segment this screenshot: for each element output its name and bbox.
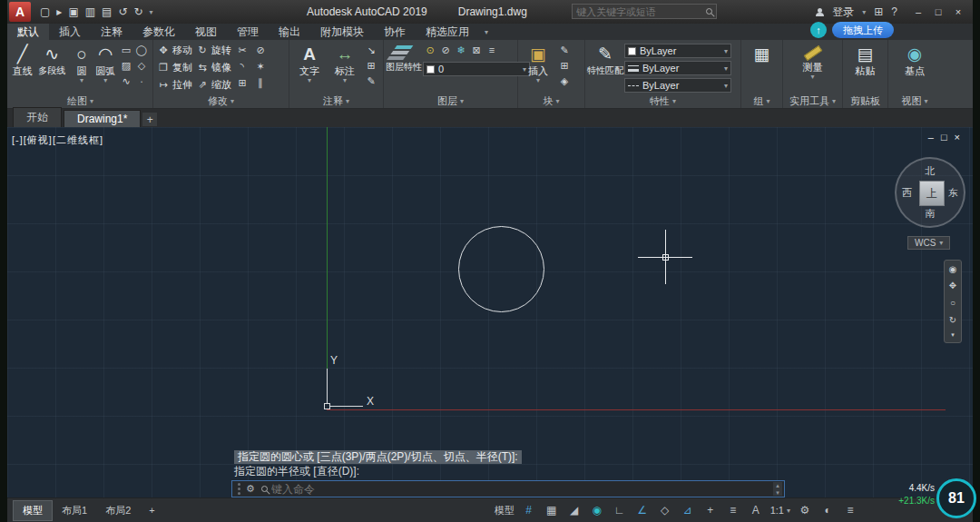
measure-button[interactable]: 测量 ▾ <box>797 43 829 81</box>
fillet-icon[interactable]: ◝ <box>235 59 250 74</box>
layer-freeze-icon[interactable]: ❄ <box>454 43 468 57</box>
model-space-label[interactable]: 模型 <box>495 504 514 517</box>
circle-button[interactable]: ○ 圆 ▾ <box>71 43 92 84</box>
erase-icon[interactable]: ⊘ <box>253 43 268 57</box>
search-icon[interactable] <box>706 8 712 15</box>
hatch-icon[interactable]: ▨ <box>119 58 133 73</box>
layer-off-icon[interactable]: ⊙ <box>423 43 437 57</box>
viewcube-south[interactable]: 南 <box>926 207 936 221</box>
spline-icon[interactable]: ∿ <box>119 74 133 88</box>
lineweight-dropdown[interactable]: ByLayer ▾ <box>624 61 731 75</box>
save-as-icon[interactable]: ▥ <box>85 5 95 18</box>
tab-output[interactable]: 输出 <box>269 24 310 40</box>
panel-label-annotation[interactable]: 注释▾ <box>289 94 383 108</box>
ortho-toggle-icon[interactable]: ∟ <box>612 502 628 518</box>
app-logo[interactable]: A <box>9 2 31 22</box>
command-bar-grip[interactable] <box>234 483 243 495</box>
viewcube-east[interactable]: 东 <box>948 186 958 200</box>
tab-insert[interactable]: 插入 <box>49 24 91 40</box>
add-layout-button[interactable]: + <box>140 502 163 518</box>
tab-manage[interactable]: 管理 <box>227 24 269 40</box>
maximize-button[interactable]: □ <box>929 4 947 20</box>
viewcube-north[interactable]: 北 <box>926 164 936 178</box>
command-customize-icon[interactable]: ⚙ <box>243 483 258 495</box>
arc-dropdown-icon[interactable]: ▾ <box>103 76 107 84</box>
panel-label-utilities[interactable]: 实用工具▾ <box>783 94 842 108</box>
base-button[interactable]: ◉ 基点 <box>898 43 931 76</box>
steering-wheel-icon[interactable]: ◉ <box>949 264 957 274</box>
navbar-more-icon[interactable]: ▾ <box>951 331 955 339</box>
object-color-dropdown-icon[interactable]: ▾ <box>724 47 728 55</box>
doc-close-button[interactable]: × <box>955 132 960 143</box>
command-search-icon[interactable] <box>261 486 268 492</box>
viewcube-west[interactable]: 西 <box>902 186 912 200</box>
ribbon-display-toggle-icon[interactable]: ▾ <box>485 28 488 36</box>
layer-match-icon[interactable]: ≡ <box>485 43 499 57</box>
polyline-button[interactable]: ∿ 多段线 <box>35 43 68 75</box>
tab-view[interactable]: 视图 <box>185 24 227 40</box>
paste-button[interactable]: ▤ 粘贴 <box>849 43 882 76</box>
define-attributes-icon[interactable]: ◈ <box>557 74 572 88</box>
dynamic-input-icon[interactable]: + <box>702 502 719 518</box>
layer-properties-button[interactable]: 图层特性 <box>387 43 420 72</box>
offset-icon[interactable]: ∥ <box>253 75 268 90</box>
panel-label-properties[interactable]: 特性▾ <box>585 94 740 108</box>
geolocation-icon[interactable]: ◉ <box>589 502 605 518</box>
viewport-controls[interactable]: [-][俯视][二维线框] <box>12 133 103 147</box>
stretch-button[interactable]: ↦ 拉伸 <box>157 77 192 93</box>
panel-label-clipboard[interactable]: 剪贴板 <box>843 94 887 108</box>
plot-icon[interactable]: ▤ <box>102 5 112 18</box>
drawing-area[interactable]: [-][俯视][二维线框] – □ × X Y 北 南 西 东 上 WCS▾ ◉ <box>7 127 973 497</box>
viewcube-top-face[interactable]: 上 <box>919 181 945 206</box>
tab-addins[interactable]: 附加模块 <box>310 24 374 40</box>
command-line-bar[interactable]: ⚙ ▴ ▾ <box>231 480 785 497</box>
help-icon[interactable]: ? <box>891 5 897 18</box>
drawn-circle[interactable] <box>458 226 544 312</box>
new-icon[interactable]: ▢ <box>40 5 50 18</box>
login-dropdown-icon[interactable]: ▾ <box>862 8 866 16</box>
command-scrollbar[interactable]: ▴ ▾ <box>773 482 782 496</box>
undo-icon[interactable]: ↺ <box>118 5 127 18</box>
pan-icon[interactable]: ✥ <box>949 281 956 291</box>
infer-constraints-icon[interactable]: ◢ <box>566 502 583 518</box>
dimension-dropdown-icon[interactable]: ▾ <box>343 76 347 84</box>
upload-app-icon[interactable]: ↑ <box>810 22 827 38</box>
ellipse-icon[interactable]: ◯ <box>134 43 149 57</box>
minimize-button[interactable]: – <box>909 4 927 20</box>
drag-upload-button[interactable]: 拖拽上传 <box>832 22 894 38</box>
measure-dropdown-icon[interactable]: ▾ <box>810 73 814 81</box>
open-icon[interactable]: ▸ <box>56 5 62 18</box>
search-input[interactable] <box>576 6 706 17</box>
tab-parametric[interactable]: 参数化 <box>132 24 185 40</box>
layer-isolate-icon[interactable]: ⊘ <box>438 43 453 57</box>
tab-collaborate[interactable]: 协作 <box>374 24 416 40</box>
rectangle-icon[interactable]: ▭ <box>119 43 133 57</box>
qat-dropdown-icon[interactable]: ▾ <box>150 8 153 16</box>
polar-tracking-icon[interactable]: ∠ <box>634 502 651 518</box>
circle-dropdown-icon[interactable]: ▾ <box>80 76 83 84</box>
tab-annotate[interactable]: 注释 <box>91 24 132 40</box>
edit-block-icon[interactable]: ✎ <box>557 43 572 57</box>
command-input[interactable] <box>271 483 773 496</box>
start-tab[interactable]: 开始 <box>13 107 62 127</box>
dimension-button[interactable]: ↔ 标注 ▾ <box>328 43 361 84</box>
mirror-button[interactable]: ⇆ 镜像 <box>196 60 231 75</box>
isodraft-icon[interactable]: ◇ <box>657 502 673 518</box>
orbit-icon[interactable]: ↻ <box>949 315 956 325</box>
lineweight-display-icon[interactable]: ≡ <box>725 502 741 518</box>
group-button[interactable]: ▦ <box>746 43 779 65</box>
save-icon[interactable]: ▣ <box>68 5 78 18</box>
text-dropdown-icon[interactable]: ▾ <box>308 76 311 84</box>
workspace-gear-icon[interactable]: ⚙ <box>797 502 813 518</box>
object-snap-icon[interactable]: ⊿ <box>680 502 696 518</box>
annotation-scale-button[interactable]: 1:1▾ <box>770 505 790 516</box>
login-button[interactable]: 登录 <box>832 5 854 20</box>
doc-restore-button[interactable]: □ <box>941 132 947 143</box>
layer-lock-icon[interactable]: ⊠ <box>469 43 484 57</box>
explode-icon[interactable]: ✶ <box>253 59 268 74</box>
new-drawing-tab-button[interactable]: + <box>142 113 157 126</box>
table-icon[interactable]: ⊞ <box>364 58 378 73</box>
create-block-icon[interactable]: ⊞ <box>557 58 572 73</box>
leader-icon[interactable]: ↘ <box>364 43 378 57</box>
panel-label-draw[interactable]: 绘图▾ <box>8 94 152 108</box>
